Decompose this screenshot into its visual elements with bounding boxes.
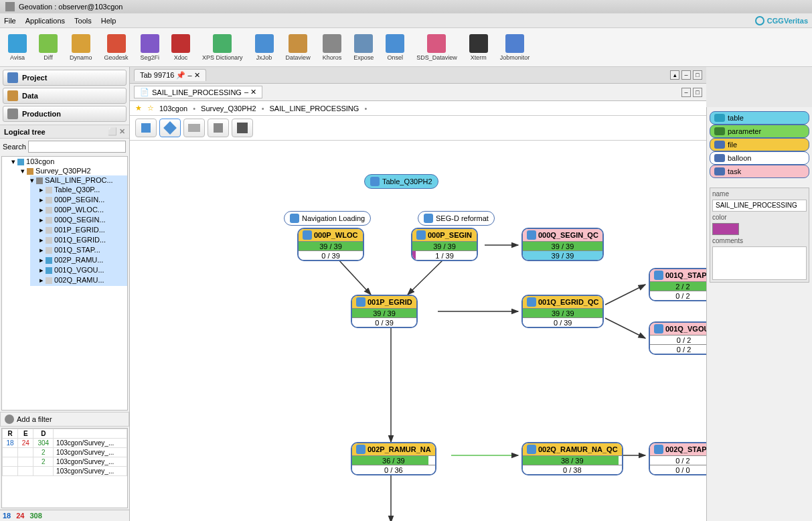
node-table[interactable]: Table_Q30PH2 [364, 174, 438, 189]
table-row[interactable]: 103cgon/Survey_... [3, 467, 127, 476]
doc-min-icon[interactable]: – [681, 88, 691, 97]
menu-applications[interactable]: Applications [25, 17, 65, 25]
tool-khoros[interactable]: Khoros [320, 33, 345, 62]
legend-parameter[interactable]: parameter [710, 125, 809, 138]
menu-tools[interactable]: Tools [74, 17, 92, 25]
window-up-icon[interactable]: ▴ [670, 70, 679, 80]
outer-tab-bar: Tab 99716 📌 – ✕ ▴–□ [130, 67, 706, 84]
legend-file[interactable]: file [710, 138, 809, 151]
menubar: File Applications Tools Help CGGVeritas [0, 13, 812, 28]
svg-line-0 [337, 258, 371, 295]
breadcrumb-item[interactable]: SAIL_LINE_PROCESSING [269, 104, 359, 113]
legend-task[interactable]: task [710, 165, 809, 178]
table-row[interactable]: 2103cgon/Survey_... [3, 448, 127, 457]
node-stapa2[interactable]: 002Q_STAPA 0 / 2 0 / 0 [649, 442, 706, 475]
nav-production[interactable]: Production [3, 106, 127, 122]
tool-icon [505, 34, 524, 53]
flow-tool-2[interactable] [159, 119, 181, 137]
node-segd-reformat[interactable]: SEG-D reformat [418, 211, 495, 226]
node-stapa1[interactable]: 001Q_STAPA 2 / 2 0 / 2 [649, 268, 706, 301]
tool-dataview[interactable]: Dataview [283, 33, 313, 62]
tree-item[interactable]: ▸ 000P_WLOC... [39, 205, 127, 215]
prop-name-value[interactable]: SAIL_LINE_PROCESSING [712, 200, 807, 212]
table-row[interactable]: 1824304103cgon/Survey_... [3, 439, 127, 448]
document-tab[interactable]: 📄SAIL_LINE_PROCESSING – ✕ [134, 86, 262, 98]
node-egrid[interactable]: 001P_EGRID 39 / 39 0 / 39 [351, 295, 418, 328]
tool-xdoc[interactable]: Xdoc [169, 33, 193, 62]
outer-tab[interactable]: Tab 99716 📌 – ✕ [134, 69, 206, 81]
filter-table[interactable]: RED 1824304103cgon/Survey_...2103cgon/Su… [1, 428, 128, 508]
logical-tree[interactable]: ▾ 103cgon ▾ Survey_Q30PH2 ▾ SAIL_LINE_PR… [1, 156, 128, 411]
tree-item[interactable]: ▸ 001Q_VGOU... [39, 265, 127, 275]
panel-close-icon[interactable]: ✕ [119, 127, 125, 136]
tool-expose[interactable]: Expose [351, 33, 376, 62]
search-input[interactable] [28, 141, 126, 153]
node-ramur-qc[interactable]: 002Q_RAMUR_NA_QC 38 / 39 0 / 38 [521, 442, 623, 475]
flow-tool-1[interactable] [135, 119, 157, 137]
tool-avisa[interactable]: Avisa [5, 33, 29, 62]
tool-geodesk[interactable]: Geodesk [102, 33, 131, 62]
node-segin-qc[interactable]: 000Q_SEGIN_QC 39 / 39 39 / 39 [521, 228, 604, 261]
brand-logo: CGGVeritas [755, 16, 808, 25]
tree-item[interactable]: ▸ Table_Q30P... [39, 185, 127, 195]
legend-balloon[interactable]: balloon [710, 151, 809, 165]
tree-item[interactable]: ▸ 001P_EGRID... [39, 225, 127, 235]
flow-tool-5[interactable] [232, 119, 253, 137]
tree-item[interactable]: ▸ 002Q_RAMU... [39, 275, 127, 285]
flow-tool-4[interactable] [208, 119, 229, 137]
nav-project[interactable]: Project [3, 70, 127, 86]
node-navigation-loading[interactable]: Navigation Loading [284, 211, 371, 226]
tool-icon [141, 34, 159, 53]
tree-item[interactable]: ▸ 000P_SEGIN... [39, 195, 127, 205]
svg-line-1 [408, 258, 444, 295]
node-ramur[interactable]: 002P_RAMUR_NA 36 / 39 0 / 36 [351, 442, 436, 475]
tool-dynamo[interactable]: Dynamo [67, 33, 95, 62]
menu-file[interactable]: File [4, 17, 16, 25]
star-icon[interactable]: ★ [135, 104, 142, 113]
legend-badge [714, 127, 725, 135]
node-wloc[interactable]: 000P_WLOC 39 / 39 0 / 39 [297, 228, 364, 261]
node-segin[interactable]: 000P_SEGIN 39 / 39 1 / 39 [411, 228, 478, 261]
star-outline-icon[interactable]: ☆ [147, 104, 154, 113]
tree-item[interactable]: ▸ 001Q_STAP... [39, 245, 127, 255]
breadcrumb-item[interactable]: 103cgon [159, 104, 187, 113]
tool-xterm[interactable]: Xterm [467, 33, 491, 62]
table-row[interactable]: 2103cgon/Survey_... [3, 457, 127, 467]
tool-seg2fi[interactable]: Seg2Fi [138, 33, 163, 62]
panel-detach-icon[interactable]: ⬜ [108, 127, 117, 136]
legend-badge [714, 114, 725, 122]
tool-diff[interactable]: Diff [36, 33, 60, 62]
breadcrumb-item[interactable]: Survey_Q30PH2 [201, 104, 256, 113]
tool-sdsdataview[interactable]: SDS_Dataview [414, 33, 460, 62]
tool-icon [213, 34, 232, 53]
tab-pin-icon[interactable]: 📌 [176, 71, 185, 79]
legend-badge [714, 154, 725, 162]
tool-jxjob[interactable]: JxJob [252, 33, 276, 62]
tool-jobmonitor[interactable]: Jobmonitor [497, 33, 533, 62]
node-egrid-qc[interactable]: 001Q_EGRID_QC 39 / 39 0 / 39 [521, 295, 604, 328]
tree-item[interactable]: ▸ 002P_RAMU... [39, 255, 127, 265]
doc-max-icon[interactable]: □ [693, 88, 702, 97]
tree-item[interactable]: ▸ 000Q_SEGIN... [39, 215, 127, 225]
flow-tool-3[interactable] [183, 119, 205, 137]
prop-color-swatch[interactable] [712, 223, 739, 235]
flow-canvas[interactable]: Table_Q30PH2 Navigation Loading SEG-D re… [130, 141, 706, 521]
legend-table[interactable]: table [710, 111, 809, 125]
tool-icon [354, 34, 373, 53]
prop-color-label: color [712, 214, 807, 221]
svg-line-6 [605, 318, 645, 338]
prop-comments-box[interactable] [712, 246, 807, 280]
tool-onsel[interactable]: Onsel [383, 33, 407, 62]
node-vgout[interactable]: 001Q_VGOUT 0 / 2 0 / 2 [649, 321, 706, 355]
filter-header[interactable]: Add a filter [0, 412, 129, 427]
flow-toolbar [130, 116, 706, 141]
tree-item[interactable]: ▸ 001Q_EGRID... [39, 235, 127, 245]
left-sidebar: Project Data Production Logical tree ⬜✕ … [0, 67, 130, 521]
nav-data[interactable]: Data [3, 88, 127, 104]
menu-help[interactable]: Help [101, 17, 116, 25]
window-min-icon[interactable]: – [681, 70, 691, 80]
document-icon: 📄 [140, 88, 149, 96]
window-max-icon[interactable]: □ [693, 70, 702, 80]
tool-xpsdictionary[interactable]: XPS Dictionary [199, 33, 246, 62]
tool-icon [8, 34, 27, 53]
